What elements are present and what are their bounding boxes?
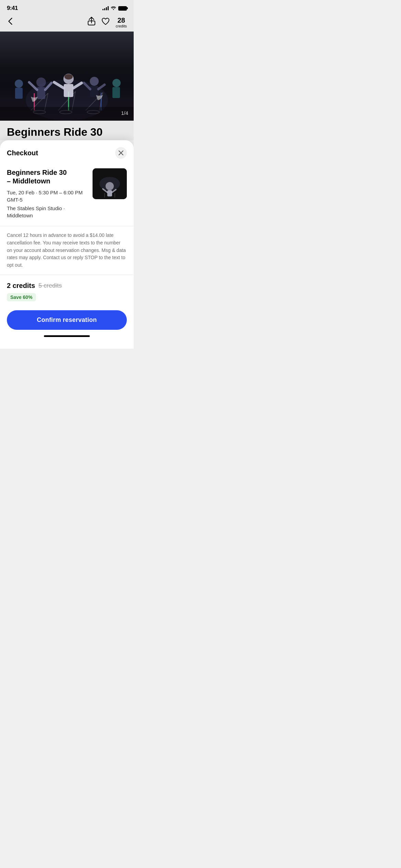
confirm-reservation-button[interactable]: Confirm reservation	[7, 310, 127, 330]
svg-rect-15	[37, 87, 45, 99]
close-icon	[119, 150, 123, 155]
confirm-section: Confirm reservation	[0, 305, 134, 333]
svg-point-23	[90, 77, 99, 86]
svg-point-34	[106, 182, 114, 190]
svg-point-29	[112, 79, 121, 87]
svg-rect-19	[64, 84, 73, 97]
svg-point-27	[15, 80, 23, 88]
svg-rect-35	[107, 190, 112, 196]
share-button[interactable]	[88, 17, 95, 28]
pricing-row: 2 credits 5 credits	[7, 282, 127, 290]
class-thumbnail	[93, 168, 127, 199]
nav-right-actions: 28 credits	[88, 16, 127, 28]
hero-svg	[0, 32, 134, 121]
class-location: The Stables Spin Studio · Middletown	[7, 205, 87, 219]
back-button[interactable]	[7, 16, 14, 28]
class-name: Beginners Ride 30 – Middletown	[7, 168, 87, 185]
thumbnail-image	[93, 168, 127, 199]
status-bar: 9:41	[0, 0, 134, 14]
signal-icon	[102, 6, 109, 10]
status-icons	[102, 5, 127, 11]
status-time: 9:41	[7, 5, 18, 12]
svg-rect-30	[112, 87, 120, 98]
nav-bar: 28 credits	[0, 14, 134, 32]
svg-rect-28	[15, 88, 23, 99]
save-badge: Save 60%	[7, 293, 36, 301]
home-bar	[44, 335, 90, 337]
close-button[interactable]	[115, 147, 127, 159]
svg-rect-24	[90, 86, 98, 97]
home-indicator	[0, 333, 134, 338]
svg-point-22	[64, 74, 73, 80]
battery-icon	[118, 6, 127, 11]
credits-number: 28	[118, 16, 125, 24]
class-datetime: Tue, 20 Feb · 5:30 PM – 6:00 PM GMT-5	[7, 189, 87, 203]
svg-point-14	[36, 77, 46, 87]
sheet-header: Checkout	[0, 140, 134, 163]
pricing-section: 2 credits 5 credits Save 60%	[0, 275, 134, 305]
hero-image: 1/4	[0, 32, 134, 121]
policy-text: Cancel 12 hours in advance to avoid a $1…	[7, 232, 127, 269]
svg-rect-31	[0, 107, 134, 121]
svg-line-26	[98, 85, 105, 89]
class-info-section: Beginners Ride 30 – Middletown Tue, 20 F…	[0, 163, 134, 226]
checkout-sheet: Checkout Beginners Ride 30 – Middletown …	[0, 140, 134, 348]
credits-label: credits	[116, 24, 127, 28]
current-price: 2 credits	[7, 282, 35, 290]
partial-page-title: Beginners Ride 30	[0, 121, 134, 140]
policy-section: Cancel 12 hours in advance to avoid a $1…	[0, 226, 134, 274]
class-details: Beginners Ride 30 – Middletown Tue, 20 F…	[7, 168, 87, 219]
favorite-button[interactable]	[101, 17, 110, 27]
checkout-title: Checkout	[7, 149, 38, 157]
original-price: 5 credits	[38, 282, 62, 289]
credits-display: 28 credits	[116, 16, 127, 28]
wifi-icon	[111, 5, 116, 11]
image-counter: 1/4	[121, 110, 128, 116]
